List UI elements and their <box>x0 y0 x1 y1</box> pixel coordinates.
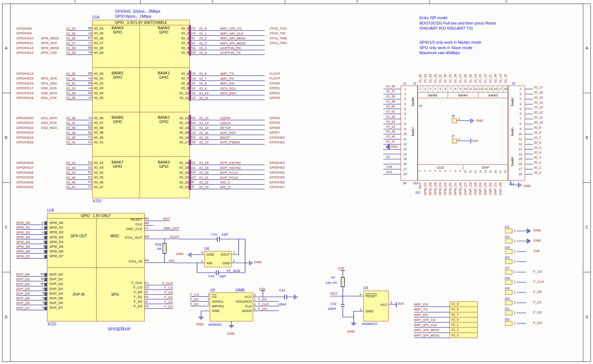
net-label: SPI0_D6 <box>428 182 432 195</box>
io-pin-label: IO_29 <box>94 50 111 55</box>
pin-row: 1V8 <box>383 164 401 169</box>
net-label: IO_17 <box>199 140 220 144</box>
pin-row: C12 IO_15 DVP_RST <box>190 130 265 135</box>
io-pin-label: IO_28 <box>94 46 111 50</box>
net-label: IO_25 <box>66 31 76 35</box>
pin-designator: A1 <box>88 121 92 125</box>
signal-label: DVP_RST <box>220 131 265 135</box>
pin-row: DVP_D5 M7 <box>16 296 47 300</box>
signal-label: DVP_PWDN <box>220 140 265 144</box>
u3-part-name: SGM803T <box>362 322 377 326</box>
rotated-number-cell: 17 <box>498 170 503 180</box>
dvp-inside-pin-names: DVP_D0DVP_D1DVP_D2DVP_D3DVP_D4DVP_D5DVP_… <box>50 272 63 310</box>
left-pin-wire-column: IO_42 D2 IO_43 D1 IO_44 E2 IO_45 E1 IO_4… <box>66 160 92 189</box>
spi0-left-pin-rows: SPI0_D0 L12 SPI0_D1 L11 SPI0_D2 L10 SPI0… <box>16 220 47 259</box>
u1a-part-name: K210 <box>93 199 101 203</box>
wifi-signal-label: WIFI_SPI_MOSI <box>414 333 449 338</box>
gnd-symbol <box>386 144 389 149</box>
u1b-ref-designator: U1B <box>47 208 54 212</box>
rotated-net-cell: SPI0_D6 <box>428 182 433 205</box>
bank-name: BANK4 <box>103 26 132 30</box>
pin-row: K12 IO_1 WIFI_SPI_CLK <box>190 31 265 35</box>
net-label: IO_35 <box>418 74 422 83</box>
alt-function-label <box>41 130 65 135</box>
net-label: DVP_D5 <box>16 296 30 300</box>
signal-label: FLOAT <box>269 76 310 81</box>
left-pin-wire-column: IO_36 A2 IO_37 A1 IO_38 B2 IO_39 B1 IO_4… <box>66 116 92 144</box>
pin-row: F_D3 <box>258 297 279 302</box>
u1a-bank-section: GPIOHS26GPIOHS27GPIOHS28GPIOHS29GPIOHS30… <box>16 160 311 193</box>
io-pin-label: IO_39 <box>94 130 111 135</box>
pin-number: 6 <box>517 112 524 117</box>
net-label: IO_36 <box>66 116 76 120</box>
pin-row: DVP_D1 M11 <box>16 277 47 281</box>
io-pin-label: IO_44 <box>94 170 111 175</box>
pin-number: 2 <box>423 86 428 92</box>
net-label: IO_3 <box>533 156 541 159</box>
top-bank-labels: bank5bank4bank3 <box>418 92 508 98</box>
pin-designator: A3 <box>88 96 92 100</box>
net-label: IO_32 <box>66 81 76 85</box>
io-pin-label: IO_41 <box>94 140 111 144</box>
rotated-number-cell: 18 <box>503 170 508 180</box>
left-pin-numbers: 123456789101112131415161718 <box>401 87 409 177</box>
pin-number: 14 <box>484 170 487 173</box>
net-label: IO_9 <box>199 86 220 90</box>
net-label: IO_3 <box>199 41 220 45</box>
io-pin-label: IO_3 <box>168 40 189 45</box>
pin-row: E11 IO_10 I2C0_SDA <box>190 91 265 95</box>
net-label: IO_39 <box>66 131 76 135</box>
pin-function-label: F_D0 <box>108 290 142 295</box>
net-label: IO_5 <box>533 146 541 150</box>
pin-designator: A7 <box>88 41 92 45</box>
net-label: F_D0 <box>258 307 266 311</box>
pin-row: B12 IO_16 BOOT <box>190 135 265 140</box>
signal-label: WIFI_SPI_MOSI <box>220 41 265 45</box>
wire-stub <box>517 282 526 282</box>
signal-label: WIFI_TX <box>220 72 265 75</box>
pin-row: D12 IO_13 LED1# <box>190 120 265 125</box>
io-pin-label: IO_21 <box>168 175 189 179</box>
gpio-capability-note: GPIOHS: 32pins，3MbpsGPIO:8pins，1Mbps <box>115 9 160 19</box>
rst-net-label: RST <box>330 291 337 295</box>
pin-number: 7 <box>401 117 409 122</box>
pin-row: IO_33 A4 <box>66 86 92 90</box>
net-label: DVP_D1 <box>16 277 30 281</box>
pin-designator: E11 <box>190 91 199 95</box>
alt-function-label <box>41 135 65 140</box>
net-label: 5V <box>386 155 390 159</box>
pin-number: 18 <box>401 172 409 177</box>
pin-number: 3 <box>517 97 524 102</box>
frame-tick <box>285 0 285 4</box>
j7-ref: J7 <box>451 134 455 138</box>
net-label: IO_16 <box>533 91 543 94</box>
io-pin-label: SPI0_D5 <box>50 244 63 249</box>
pin-row: IO_43 <box>383 119 401 124</box>
pin-number: 1 <box>401 87 409 92</box>
wifi-map-row: WIFI_SPI_MISO IO_2 <box>414 328 478 333</box>
pin-row: GND <box>383 144 401 150</box>
wire-stub <box>525 94 533 99</box>
pin-row: IO_8 <box>525 129 554 134</box>
gpiohs-label: GPIOHS20 <box>16 116 40 120</box>
pin-row: M4 XIN <box>145 258 174 263</box>
pin-row: A11 IO_19 DVP_HSYNC <box>190 165 265 170</box>
alt-function-label: I2S0_SCK <box>41 86 65 90</box>
rotated-net-cell: DVP_D1 <box>493 182 498 205</box>
signal-label: GPIO0 <box>269 81 310 86</box>
rotated-number-cell: 12 <box>473 170 478 180</box>
pin-row: IO_28 B6 <box>66 46 92 50</box>
bank-word: GPIO <box>149 120 178 124</box>
alt-function-column <box>41 160 65 189</box>
net-label: IO_45 <box>386 130 395 133</box>
net-label: IO_34 <box>66 91 76 95</box>
io-pin-label: SPI0_D7 <box>50 254 63 258</box>
net-label: IO_33 <box>66 86 76 90</box>
io-pin-label: IO_33 <box>94 86 111 90</box>
j5-ref: J5 <box>451 114 455 118</box>
net-label: F_CLK <box>258 302 269 306</box>
pin-number: 10 <box>463 86 468 92</box>
net-label: 1V8 <box>386 165 392 169</box>
u4-crystal-box: GND XOUT XIN GND <box>204 251 231 267</box>
rotated-net-cell: IO_35 <box>418 57 423 83</box>
